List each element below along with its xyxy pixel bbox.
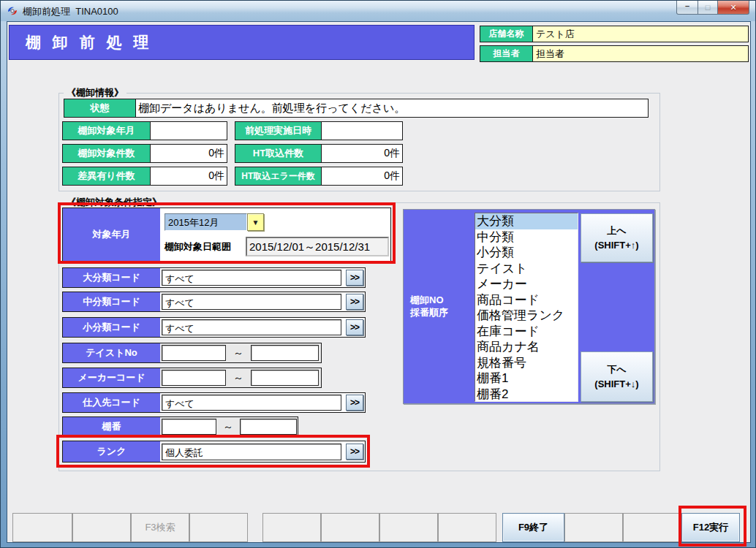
shelf-no-to-input[interactable] xyxy=(240,419,297,435)
minor-category-input[interactable]: すべて xyxy=(162,319,341,335)
middle-category-label: 中分類コード xyxy=(63,292,160,311)
minor-category-more-button[interactable]: >> xyxy=(346,319,363,335)
window-title: 棚卸前処理 TINA0100 xyxy=(23,4,118,18)
move-up-shortcut: (SHIFT+↑) xyxy=(594,238,638,253)
minimize-button[interactable]: – xyxy=(676,1,698,15)
page-title-text: 棚 卸 前 処 理 xyxy=(26,34,152,50)
sort-order-label-line2: 採番順序 xyxy=(410,307,448,319)
ht-error-count-value: 0件 xyxy=(322,167,402,185)
middle-category-row: 中分類コード すべて >> xyxy=(62,292,366,312)
inventory-info-group: 《棚卸情報》 状態 棚卸データはありません。前処理を行ってください。 棚卸対象年… xyxy=(58,93,660,191)
inventory-month-value xyxy=(151,122,227,140)
client-area: 棚 卸 前 処 理 店舗名称 テスト店 担当者 担当者 《棚卸情報》 状態 棚卸… xyxy=(7,21,751,543)
move-down-label: 下へ xyxy=(607,362,626,377)
target-month-dropdown-button[interactable]: ▼ xyxy=(247,213,264,231)
fkey-10 xyxy=(564,513,623,542)
major-category-more-button[interactable]: >> xyxy=(346,270,363,286)
major-category-input[interactable]: すべて xyxy=(162,270,341,286)
move-down-button[interactable]: 下へ (SHIFT+↓) xyxy=(581,351,653,402)
target-count-value: 0件 xyxy=(151,145,227,162)
rank-row: ランク 個人委託 >> xyxy=(62,441,366,463)
fkey-11 xyxy=(623,513,681,542)
store-name-value: テスト店 xyxy=(533,26,748,42)
staff-value: 担当者 xyxy=(533,46,748,61)
titlebar[interactable]: 棚卸前処理 TINA0100 – □ ✕ xyxy=(1,1,755,21)
minimize-icon: – xyxy=(685,1,689,10)
middle-category-more-button[interactable]: >> xyxy=(346,294,363,310)
list-item[interactable]: 中分類 xyxy=(475,229,578,246)
target-month-combobox[interactable]: 2015年12月 xyxy=(165,213,247,231)
fkey-4 xyxy=(189,513,248,542)
list-item[interactable]: 価格管理ランク xyxy=(475,308,578,324)
status-row: 状態 棚卸データはありません。前処理を行ってください。 xyxy=(64,99,649,118)
sort-order-label: 棚卸NO 採番順序 xyxy=(404,210,475,403)
ht-import-count-value: 0件 xyxy=(322,145,402,162)
shelf-no-from-input[interactable] xyxy=(162,419,216,435)
list-item[interactable]: 規格番号 xyxy=(475,355,578,371)
supplier-code-label: 仕入先コード xyxy=(63,393,160,412)
staff-label: 担当者 xyxy=(480,46,533,61)
app-icon xyxy=(7,5,18,17)
shelf-no-label: 棚番 xyxy=(63,417,160,436)
sort-order-list[interactable]: 大分類 中分類 小分類 テイスト メーカー 商品コード 価格管理ランク 在庫コー… xyxy=(475,213,578,402)
rank-label: ランク xyxy=(63,441,160,462)
fkey-1 xyxy=(12,513,72,542)
list-item[interactable]: テイスト xyxy=(475,261,578,277)
store-name-row: 店舗名称 テスト店 xyxy=(480,26,749,42)
taste-no-from-input[interactable] xyxy=(162,345,226,361)
preprocess-datetime-row: 前処理実施日時 xyxy=(235,121,403,140)
difference-count-row: 差異有り件数 0件 xyxy=(62,167,227,186)
difference-count-label: 差異有り件数 xyxy=(63,167,151,185)
list-item-selected[interactable]: 大分類 xyxy=(475,213,578,229)
move-up-label: 上へ xyxy=(607,224,626,238)
inventory-month-label: 棚卸対象年月 xyxy=(63,122,151,140)
supplier-code-row: 仕入先コード すべて >> xyxy=(62,392,366,413)
shelf-no-row: 棚番 ～ xyxy=(62,416,298,437)
target-month-label: 対象年月 xyxy=(63,208,160,261)
chevron-down-icon: ▼ xyxy=(252,218,260,227)
maker-code-tilde: ～ xyxy=(227,372,249,385)
status-value: 棚卸データはありません。前処理を行ってください。 xyxy=(136,99,648,117)
list-item[interactable]: 商品カナ名 xyxy=(475,339,578,355)
f3-search-button: F3検索 xyxy=(131,513,189,542)
window-controls: – □ ✕ xyxy=(677,1,749,15)
sort-order-label-line1: 棚卸NO xyxy=(410,294,444,307)
date-range-value: 2015/12/01～2015/12/31 xyxy=(246,237,389,256)
maximize-icon: □ xyxy=(706,3,711,12)
staff-row: 担当者 担当者 xyxy=(480,45,749,62)
target-count-label: 棚卸対象件数 xyxy=(63,145,151,162)
list-item[interactable]: 在庫コード xyxy=(475,324,578,340)
maker-code-from-input[interactable] xyxy=(162,370,226,386)
list-item[interactable]: メーカー xyxy=(475,276,578,292)
taste-no-to-input[interactable] xyxy=(251,345,319,361)
condition-group: 《棚卸対象条件指定》 対象年月 2015年12月 ▼ 棚卸対象日範囲 2015/… xyxy=(58,202,660,471)
rank-input[interactable]: 個人委託 xyxy=(162,444,341,460)
shelf-no-tilde: ～ xyxy=(218,421,238,434)
supplier-code-input[interactable]: すべて xyxy=(162,395,341,411)
list-item[interactable]: 商品コード xyxy=(475,292,578,308)
function-key-bar: F3検索 F9終了 F12実行 xyxy=(7,513,752,542)
maximize-button[interactable]: □ xyxy=(698,1,718,15)
f9-exit-button[interactable]: F9終了 xyxy=(502,513,564,542)
list-item[interactable]: 小分類 xyxy=(475,245,578,261)
supplier-code-more-button[interactable]: >> xyxy=(346,395,363,411)
close-icon: ✕ xyxy=(730,3,736,12)
maker-code-label: メーカーコード xyxy=(63,368,160,387)
fkey-8 xyxy=(438,513,496,542)
fkey-5 xyxy=(262,513,321,542)
status-label: 状態 xyxy=(64,99,136,117)
ht-import-count-row: HT取込件数 0件 xyxy=(235,144,403,163)
close-button[interactable]: ✕ xyxy=(717,1,749,15)
target-month-row: 対象年月 2015年12月 ▼ 棚卸対象日範囲 2015/12/01～2015/… xyxy=(62,208,391,262)
middle-category-input[interactable]: すべて xyxy=(162,294,341,310)
app-window: 棚卸前処理 TINA0100 – □ ✕ 棚 卸 前 処 理 店舗名称 テスト店… xyxy=(0,0,756,548)
maker-code-to-input[interactable] xyxy=(251,370,319,386)
inventory-info-title: 《棚卸情報》 xyxy=(64,86,126,99)
list-item[interactable]: 棚番2 xyxy=(475,387,578,403)
preprocess-datetime-value xyxy=(322,122,402,140)
rank-more-button[interactable]: >> xyxy=(346,444,363,460)
ht-error-count-row: HT取込エラー件数 0件 xyxy=(235,167,403,186)
list-item[interactable]: 棚番1 xyxy=(475,370,578,387)
move-up-button[interactable]: 上へ (SHIFT+↑) xyxy=(581,213,653,262)
f12-execute-button[interactable]: F12実行 xyxy=(681,513,740,542)
